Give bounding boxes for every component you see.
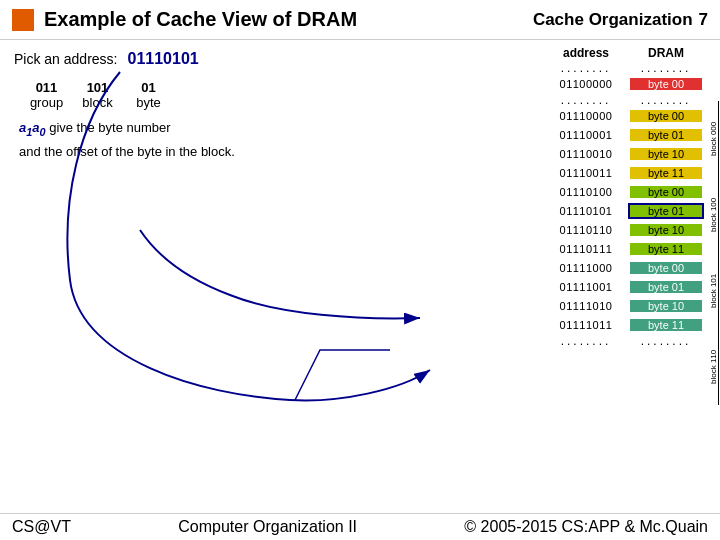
table-row: 01110100 byte 00 <box>340 183 720 201</box>
dots-dram: ........ <box>630 93 702 107</box>
footer-right: © 2005-2015 CS:APP & Mc.Quain <box>464 518 708 536</box>
address-cell: 01110110 <box>546 224 626 236</box>
main-content: Pick an address: 01110101 011 group 101 … <box>0 40 720 530</box>
table-row: 01110101 byte 01 <box>340 202 720 220</box>
byte-cell: byte 01 <box>630 281 702 293</box>
address-cell: 01111000 <box>546 262 626 274</box>
address-cell: 01110000 <box>546 110 626 122</box>
dram-column-header: DRAM <box>630 46 702 60</box>
footer-left: CS@VT <box>12 518 71 536</box>
byte-cell: byte 10 <box>630 300 702 312</box>
byte-num: 01 <box>141 80 155 95</box>
byte-cell: byte 01 <box>630 205 702 217</box>
block-col: 101 block <box>75 80 120 110</box>
byte-label-text: byte <box>136 95 161 110</box>
pick-address-label: Pick an address: <box>14 51 118 67</box>
group-num: 011 <box>36 80 58 95</box>
table-row: 01110001 byte 01 <box>340 126 720 144</box>
table-row: 01100000 byte 00 <box>340 75 720 93</box>
address-cell: 01110001 <box>546 129 626 141</box>
table-row: 01111000 byte 00 <box>340 259 720 277</box>
byte-col: 01 byte <box>126 80 171 110</box>
right-panel: address DRAM ........ ........ 01100000 … <box>340 40 720 530</box>
table-row: 01110010 byte 10 <box>340 145 720 163</box>
footer-center: Computer Organization II <box>178 518 357 536</box>
table-row: ........ ........ <box>340 94 720 106</box>
byte-cell: byte 00 <box>630 186 702 198</box>
orange-accent <box>12 9 34 31</box>
group-block-byte-row: 011 group 101 block 01 byte <box>24 80 326 110</box>
address-cell: 01110111 <box>546 243 626 255</box>
address-value: 01110101 <box>128 50 199 68</box>
table-row: ........ ........ <box>340 335 720 347</box>
address-cell: 01110101 <box>546 205 626 217</box>
block-label-text: block <box>82 95 112 110</box>
address-line: Pick an address: 01110101 <box>14 50 326 68</box>
footer: CS@VT Computer Organization II © 2005-20… <box>0 513 720 540</box>
table-row: 01111001 byte 01 <box>340 278 720 296</box>
byte-cell: byte 11 <box>630 167 702 179</box>
page-number: 7 <box>699 10 708 30</box>
header-right: Cache Organization 7 <box>533 10 708 30</box>
byte-cell: byte 11 <box>630 319 702 331</box>
address-cell: 01110011 <box>546 167 626 179</box>
byte-cell: byte 10 <box>630 148 702 160</box>
address-cell: 01111011 <box>546 319 626 331</box>
dots-dram: ........ <box>630 61 702 75</box>
address-cell: 01110100 <box>546 186 626 198</box>
a1a0-description: give the byte number <box>49 120 170 135</box>
table-row: 01110000 byte 00 <box>340 107 720 125</box>
table-row: ........ ........ <box>340 62 720 74</box>
block-num: 101 <box>87 80 109 95</box>
left-panel: Pick an address: 01110101 011 group 101 … <box>0 40 340 530</box>
table-row: 01111010 byte 10 <box>340 297 720 315</box>
dots-dram: ........ <box>630 334 702 348</box>
cache-org-label: Cache Organization <box>533 10 693 30</box>
a1a0-line: a1a0 give the byte number <box>19 120 326 138</box>
address-cell: 01111010 <box>546 300 626 312</box>
dots-addr: ........ <box>546 93 626 107</box>
dots-addr: ........ <box>546 334 626 348</box>
byte-cell: byte 00 <box>630 78 702 90</box>
page-title: Example of Cache View of DRAM <box>44 8 533 31</box>
table-row: 01111011 byte 11 <box>340 316 720 334</box>
table-row: 01110110 byte 10 <box>340 221 720 239</box>
address-column-header: address <box>546 46 626 60</box>
byte-cell: byte 10 <box>630 224 702 236</box>
dram-table: ........ ........ 01100000 byte 00 .....… <box>340 62 720 347</box>
group-col: 011 group <box>24 80 69 110</box>
table-row: 01110111 byte 11 <box>340 240 720 258</box>
dots-addr: ........ <box>546 61 626 75</box>
column-headers: address DRAM <box>340 46 720 60</box>
byte-cell: byte 00 <box>630 110 702 122</box>
address-cell: 01111001 <box>546 281 626 293</box>
group-label-text: group <box>30 95 63 110</box>
byte-cell: byte 01 <box>630 129 702 141</box>
byte-cell: byte 11 <box>630 243 702 255</box>
table-row: 01110011 byte 11 <box>340 164 720 182</box>
address-cell: 01100000 <box>546 78 626 90</box>
offset-line: and the offset of the byte in the block. <box>19 144 326 159</box>
address-cell: 01110010 <box>546 148 626 160</box>
a1a0-subscript: a1a0 <box>19 120 46 135</box>
byte-cell: byte 00 <box>630 262 702 274</box>
header: Example of Cache View of DRAM Cache Orga… <box>0 0 720 40</box>
